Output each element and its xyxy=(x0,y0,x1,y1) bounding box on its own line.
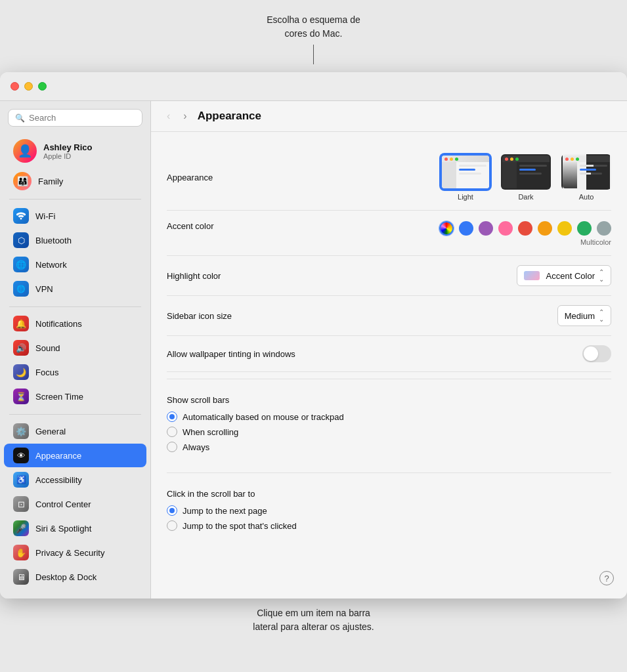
dark-thumb-main xyxy=(517,162,550,190)
divider xyxy=(9,199,141,200)
titlebar xyxy=(0,72,627,101)
highlight-color-row: Highlight color Accent Color ⌃⌄ xyxy=(167,256,611,296)
accent-orange[interactable] xyxy=(538,221,552,236)
sidebar-item-wifi[interactable]: Wi-Fi xyxy=(4,204,146,228)
radio-always[interactable]: Always xyxy=(167,442,611,452)
sound-label: Sound xyxy=(35,343,60,353)
accent-multicolor[interactable] xyxy=(439,221,454,236)
radio-when-scrolling[interactable]: When scrolling xyxy=(167,427,611,437)
appearance-icon: 👁 xyxy=(13,448,29,463)
radio-when-scrolling-circle xyxy=(167,427,177,437)
general-icon: ⚙️ xyxy=(13,423,29,439)
dark-thumb-sidebar xyxy=(502,162,517,190)
sidebar-item-privacy[interactable]: ✋ Privacy & Security xyxy=(4,541,146,564)
dark-label: Dark xyxy=(518,193,533,201)
sidebar-item-focus[interactable]: 🌙 Focus xyxy=(4,360,146,384)
sidebar-item-vpn[interactable]: 🌐 VPN xyxy=(4,277,146,301)
accent-green[interactable] xyxy=(577,221,592,236)
search-bar[interactable]: 🔍 xyxy=(8,109,142,127)
accent-red[interactable] xyxy=(518,221,532,236)
screentime-icon: ⏳ xyxy=(13,388,29,404)
sidebar-icon-size-dropdown[interactable]: Medium ⌃⌄ xyxy=(557,305,611,326)
sidebar-item-accessibility[interactable]: ♿ Accessibility xyxy=(4,468,146,492)
sidebar-network-section: Wi-Fi ⬡ Bluetooth 🌐 Network 🌐 xyxy=(0,203,150,301)
screentime-label: Screen Time xyxy=(35,392,83,402)
appearance-dark-option[interactable]: Dark xyxy=(501,154,551,201)
wallpaper-tinting-toggle[interactable] xyxy=(582,345,611,362)
sidebar-item-notifications[interactable]: 🔔 Notifications xyxy=(4,312,146,335)
search-icon: 🔍 xyxy=(15,114,25,123)
search-input[interactable] xyxy=(29,113,135,123)
sidebar-item-appearance[interactable]: 👁 Appearance xyxy=(4,444,146,467)
minimize-button[interactable] xyxy=(24,82,33,91)
sidebar-item-general[interactable]: ⚙️ General xyxy=(4,419,146,443)
fullscreen-button[interactable] xyxy=(38,82,47,91)
sidebar-item-bluetooth[interactable]: ⬡ Bluetooth xyxy=(4,228,146,252)
bluetooth-label: Bluetooth xyxy=(35,236,72,245)
show-scroll-bars-group: Show scroll bars Automatically based on … xyxy=(167,386,611,466)
radio-auto-scroll-circle xyxy=(167,411,177,422)
divider2 xyxy=(9,306,141,307)
auto-label: Auto xyxy=(579,193,594,201)
sidebar-system-section: 🔔 Notifications 🔊 Sound 🌙 Focus xyxy=(0,311,150,409)
accessibility-icon: ♿ xyxy=(13,472,29,488)
radio-next-page-circle xyxy=(167,505,177,516)
annotation-bottom-line2: lateral para alterar os ajustes. xyxy=(253,621,374,632)
light-thumb xyxy=(441,154,490,190)
auto-thumb-main xyxy=(577,162,610,190)
show-scroll-bars-label: Show scroll bars xyxy=(167,395,611,405)
help-button[interactable]: ? xyxy=(599,571,614,585)
accent-blue[interactable] xyxy=(459,221,473,236)
privacy-label: Privacy & Security xyxy=(35,548,104,558)
radio-always-circle xyxy=(167,442,177,452)
appearance-light-option[interactable]: Light xyxy=(441,154,490,201)
sidebar-icon-size-value: Medium xyxy=(565,311,595,321)
sidebar-item-sound[interactable]: 🔊 Sound xyxy=(4,336,146,360)
bluetooth-icon: ⬡ xyxy=(13,232,29,248)
user-section[interactable]: 👤 Ashley Rico Apple ID xyxy=(4,135,146,167)
radio-next-page-label: Jump to the next page xyxy=(183,506,267,516)
appearance-setting-label: Appearance xyxy=(167,173,298,182)
avatar: 👤 xyxy=(13,139,37,163)
sidebar-item-controlcenter[interactable]: ⊡ Control Center xyxy=(4,492,146,516)
accent-purple[interactable] xyxy=(479,221,493,236)
radio-next-page[interactable]: Jump to the next page xyxy=(167,505,611,516)
vpn-label: VPN xyxy=(35,284,53,294)
wifi-icon xyxy=(13,208,29,224)
family-label: Family xyxy=(38,177,63,186)
radio-auto-scroll[interactable]: Automatically based on mouse or trackpad xyxy=(167,411,611,422)
appearance-auto-option[interactable]: Auto xyxy=(561,154,611,201)
back-button[interactable]: ‹ xyxy=(164,109,173,123)
radio-always-label: Always xyxy=(183,442,209,452)
sidebar: 🔍 👤 Ashley Rico Apple ID 👨‍👩‍👧 Family xyxy=(0,101,151,598)
section-divider xyxy=(167,379,611,379)
sidebar-item-network[interactable]: 🌐 Network xyxy=(4,253,146,276)
controlcenter-icon: ⊡ xyxy=(13,496,29,512)
content-body: Appearance xyxy=(151,132,627,598)
auto-thumb-sidebar xyxy=(563,162,577,190)
sidebar-item-siri[interactable]: 🎤 Siri & Spotlight xyxy=(4,516,146,540)
privacy-icon: ✋ xyxy=(13,545,29,560)
wallpaper-tinting-label: Allow wallpaper tinting in windows xyxy=(167,349,298,359)
light-thumb-sidebar xyxy=(442,162,456,190)
light-thumb-main xyxy=(456,162,489,190)
sidebar-item-desktop[interactable]: 🖥 Desktop & Dock xyxy=(4,565,146,589)
appearance-label: Appearance xyxy=(35,451,81,461)
sidebar-item-family[interactable]: 👨‍👩‍👧 Family xyxy=(4,168,146,194)
accent-pink[interactable] xyxy=(498,221,513,236)
network-icon: 🌐 xyxy=(13,257,29,272)
auto-thumb-bar xyxy=(563,156,610,162)
radio-when-scrolling-label: When scrolling xyxy=(183,427,238,437)
radio-spot-clicked[interactable]: Jump to the spot that's clicked xyxy=(167,520,611,531)
sidebar-item-screentime[interactable]: ⏳ Screen Time xyxy=(4,385,146,408)
accent-color-row-dots xyxy=(439,221,611,236)
accent-gray[interactable] xyxy=(597,221,611,236)
accent-yellow[interactable] xyxy=(557,221,572,236)
highlight-color-dropdown[interactable]: Accent Color ⌃⌄ xyxy=(517,265,611,286)
close-button[interactable] xyxy=(11,82,19,91)
forward-button[interactable]: › xyxy=(181,109,189,123)
network-label: Network xyxy=(35,260,67,270)
radio-auto-scroll-label: Automatically based on mouse or trackpad xyxy=(183,412,344,422)
accessibility-label: Accessibility xyxy=(35,475,82,485)
divider3 xyxy=(9,414,141,415)
